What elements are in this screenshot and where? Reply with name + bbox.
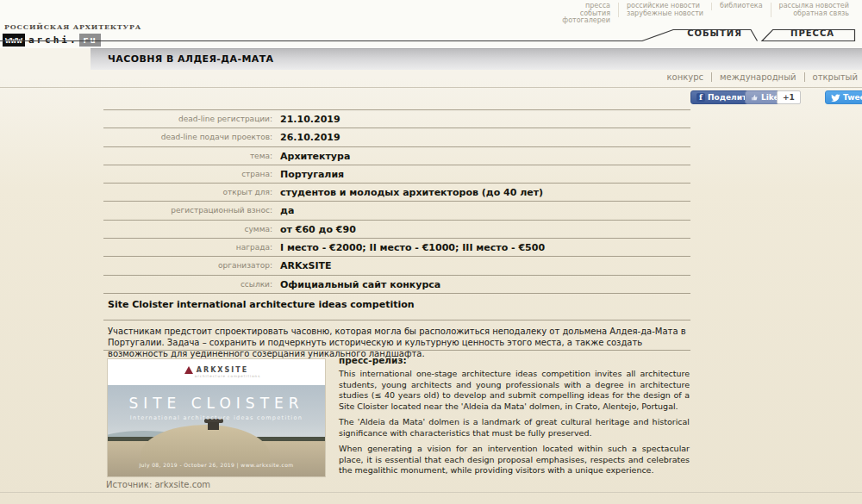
table-row: награда:I место - €2000; II место - €100… xyxy=(103,239,690,257)
poster-dates: July 08, 2019 - October 26, 2019 | www.a… xyxy=(108,462,325,468)
tag-mezhdunarodny[interactable]: международный xyxy=(711,72,796,82)
poster-brand-sub: architecture competitions xyxy=(195,374,260,378)
press-paragraph: When generating a vision for an interven… xyxy=(339,444,690,476)
plus-one-button[interactable]: +1 xyxy=(777,90,801,104)
table-row: открыт для:студентов и молодых архитекто… xyxy=(103,184,690,202)
poster-header: ARKXSITE architecture competitions xyxy=(108,359,325,385)
row-value: да xyxy=(280,202,294,219)
tab-events[interactable]: СОБЫТИЯ xyxy=(675,28,754,38)
tag-otkryty[interactable]: открытый xyxy=(804,72,858,82)
nav-link-feedback[interactable]: обратная связь xyxy=(779,10,849,18)
table-row: сумма:от €60 до €90 xyxy=(103,221,690,239)
page-title: ЧАСОВНЯ В АЛДЕЯ-ДА-МАТА xyxy=(91,49,862,70)
divider xyxy=(103,350,690,351)
press-paragraph: This international one-stage architectur… xyxy=(339,369,690,412)
divider xyxy=(103,320,690,320)
details-table: dead-line регистрации:21.10.2019 dead-li… xyxy=(103,109,690,294)
top-nav: пресса события фотогалереи российские но… xyxy=(554,3,857,25)
source-line: Источник: arkxsite.com xyxy=(106,480,210,489)
row-value: Португалия xyxy=(280,165,344,183)
table-row: ссылки:Официальный сайт конкурса xyxy=(103,276,690,294)
arkxsite-logo-icon xyxy=(184,366,193,374)
row-label: ссылки: xyxy=(103,276,280,293)
thumbs-up-icon xyxy=(751,94,759,102)
dolmen-icon xyxy=(208,422,219,430)
row-label: тема: xyxy=(103,147,280,165)
official-site-link[interactable]: Официальный сайт конкурса xyxy=(280,276,440,293)
header: пресса события фотогалереи российские но… xyxy=(0,0,862,48)
row-value: студентов и молодых архитекторов (до 40 … xyxy=(280,184,543,201)
row-value: I место - €2000; II место - €1000; III м… xyxy=(280,239,545,256)
tweet-label: Tweet xyxy=(843,93,862,102)
row-value: 26.10.2019 xyxy=(280,128,340,146)
row-label: организатор: xyxy=(103,257,280,274)
press-release: пресс-релиз: This international one-stag… xyxy=(339,355,690,482)
source-label: Источник: xyxy=(106,480,152,489)
row-value: 21.10.2019 xyxy=(280,110,340,128)
row-value: от €60 до €90 xyxy=(280,221,356,238)
poster-subtitle: International architecture ideas competi… xyxy=(108,414,325,421)
table-row: страна:Португалия xyxy=(103,165,690,184)
tag-links: конкурсмеждународныйоткрытый xyxy=(667,72,858,82)
row-label: награда: xyxy=(103,239,280,256)
top-nav-col-2: российские новости зарубежные новости xyxy=(618,3,711,17)
plus-one-label: +1 xyxy=(783,93,795,102)
tab-press[interactable]: ПРЕССА xyxy=(770,28,855,38)
press-paragraph: The 'Aldeia da Mata' dolmen is a landmar… xyxy=(339,417,690,439)
tag-konkurs[interactable]: конкурс xyxy=(667,72,704,82)
table-row: регистрационный взнос:да xyxy=(103,202,690,220)
source-link[interactable]: arkxsite.com xyxy=(154,480,210,489)
tweet-button[interactable]: Tweet xyxy=(825,90,862,104)
press-release-label: пресс-релиз: xyxy=(339,355,690,365)
title-bar: ЧАСОВНЯ В АЛДЕЯ-ДА-МАТА xyxy=(91,48,862,70)
competition-poster-image[interactable]: ARKXSITE architecture competitions SITE … xyxy=(108,359,325,476)
top-nav-col-4: рассылка новостей обратная связь xyxy=(771,3,857,17)
row-label: dead-line регистрации: xyxy=(103,110,280,128)
table-row: организатор:ARKxSITE xyxy=(103,257,690,275)
top-nav-col-1: пресса события фотогалереи xyxy=(554,3,618,25)
poster-brand: ARKXSITE xyxy=(197,366,248,374)
article-heading: Site Cloister international architecture… xyxy=(108,299,415,310)
row-label: регистрационный взнос: xyxy=(103,202,280,219)
row-label: страна: xyxy=(103,165,280,183)
facebook-icon: f xyxy=(696,93,705,102)
divider xyxy=(0,87,862,88)
row-value: ARKxSITE xyxy=(280,257,332,274)
row-label: сумма: xyxy=(103,221,280,238)
twitter-bird-icon xyxy=(831,93,840,103)
row-value: Архитектура xyxy=(280,147,350,165)
row-label: dead-line подачи проектов: xyxy=(103,128,280,146)
nav-link-foreign-news[interactable]: зарубежные новости xyxy=(627,10,703,18)
top-nav-col-3: библиотека xyxy=(711,3,771,10)
divider xyxy=(0,492,862,493)
row-label: открыт для: xyxy=(103,184,280,201)
table-row: тема:Архитектура xyxy=(103,147,690,165)
page: пресса события фотогалереи российские но… xyxy=(0,0,862,504)
table-row: dead-line подачи проектов:26.10.2019 xyxy=(103,128,690,146)
nav-link-library[interactable]: библиотека xyxy=(720,3,763,10)
poster-title: SITE CLOISTER xyxy=(108,395,325,412)
table-row: dead-line регистрации:21.10.2019 xyxy=(103,110,690,128)
